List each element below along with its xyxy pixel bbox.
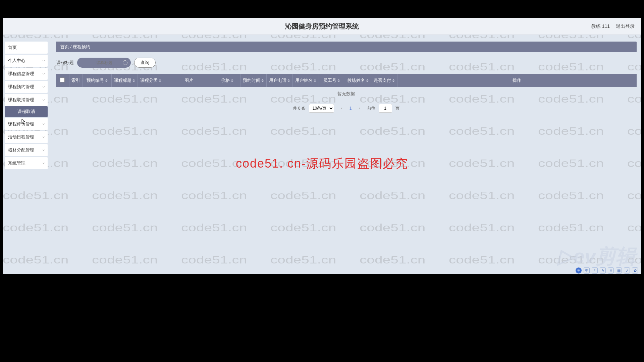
ime-icon-1[interactable]: 中 xyxy=(584,267,590,274)
th-user-name[interactable]: 用户姓名 xyxy=(292,74,319,87)
sidebar-item-system[interactable]: 系统管理 xyxy=(5,157,48,169)
breadcrumb-home[interactable]: 首页 xyxy=(60,44,69,49)
th-staff-no-label: 员工号 xyxy=(323,78,336,83)
search-input-wrap xyxy=(77,58,131,68)
main-content: 首页 / 课程预约 课程标题 查询 索引 预约编号 课程 xyxy=(50,35,641,274)
app-title: 沁园健身房预约管理系统 xyxy=(285,22,359,31)
th-index[interactable]: 索引 xyxy=(69,74,83,87)
breadcrumb-current: 课程预约 xyxy=(73,44,90,49)
ime-icon-6[interactable]: ⤢ xyxy=(624,267,630,274)
ime-icon-4[interactable]: ✕ xyxy=(608,267,614,274)
th-paid[interactable]: 是否支付 xyxy=(371,74,397,87)
sidebar-item-home[interactable]: 首页 xyxy=(5,42,48,54)
search-label: 课程标题 xyxy=(56,60,74,66)
th-index-label: 索引 xyxy=(71,78,80,83)
th-reserve-no[interactable]: 预约编号 xyxy=(83,74,111,87)
header-bar: 沁园健身房预约管理系统 教练 111 退出登录 xyxy=(3,18,641,35)
goto-page-input[interactable] xyxy=(379,104,392,113)
th-course-category[interactable]: 课程分类 xyxy=(138,74,164,87)
app-root: 沁园健身房预约管理系统 教练 111 退出登录 首页 个人中心 课程信息管理 课… xyxy=(3,18,641,274)
sort-icon xyxy=(366,79,369,82)
th-course-title[interactable]: 课程标题 xyxy=(111,74,138,87)
ime-icon-7[interactable]: ✿ xyxy=(632,267,638,274)
th-price[interactable]: 价格 xyxy=(214,74,240,87)
ime-icon-3[interactable]: ✎ xyxy=(600,267,606,274)
ime-toolbar: 王 中 ° ✎ ✕ ▦ ⤢ ✿ xyxy=(576,267,638,274)
logout-link[interactable]: 退出登录 xyxy=(616,23,635,29)
th-checkbox xyxy=(56,74,69,87)
sidebar-item-schedule[interactable]: 活动日程管理 xyxy=(5,131,48,143)
th-action: 操作 xyxy=(397,74,637,87)
goto-prefix: 前往 xyxy=(367,106,375,111)
sidebar-item-course-review[interactable]: 课程评价管理 xyxy=(5,118,48,130)
body-wrap: 首页 个人中心 课程信息管理 课程预约管理 课程取消管理 课程取消 课程评价管理… xyxy=(3,35,641,274)
th-staff-no[interactable]: 员工号 xyxy=(319,74,345,87)
th-price-label: 价格 xyxy=(221,78,230,83)
page-number-current[interactable]: 1 xyxy=(350,106,352,111)
th-coach-name[interactable]: 教练姓名 xyxy=(345,74,371,87)
letterbox-top xyxy=(0,0,644,18)
header-right: 教练 111 退出登录 xyxy=(591,23,635,29)
sort-icon xyxy=(392,79,395,82)
ime-icon-0[interactable]: 王 xyxy=(576,267,582,274)
th-coach-name-label: 教练姓名 xyxy=(347,78,365,83)
sidebar-item-course-info[interactable]: 课程信息管理 xyxy=(5,68,48,80)
breadcrumb: 首页 / 课程预约 xyxy=(56,42,637,52)
table-head: 索引 预约编号 课程标题 课程分类 图片 价格 预约时间 用户电话 用户姓名 员… xyxy=(56,74,637,87)
select-all-checkbox[interactable] xyxy=(60,77,65,82)
letterbox-bottom xyxy=(0,274,644,362)
goto-suffix: 页 xyxy=(395,106,399,111)
sort-icon xyxy=(105,79,108,82)
sidebar-item-course-reserve[interactable]: 课程预约管理 xyxy=(5,81,48,93)
th-reserve-time[interactable]: 预约时间 xyxy=(240,74,266,87)
sort-icon xyxy=(287,79,290,82)
sort-icon xyxy=(132,79,135,82)
th-user-name-label: 用户姓名 xyxy=(295,78,313,83)
ime-icon-2[interactable]: ° xyxy=(592,267,598,274)
th-course-category-label: 课程分类 xyxy=(140,78,158,83)
breadcrumb-sep: / xyxy=(69,44,73,49)
pagination-total: 共 0 条 xyxy=(293,106,305,111)
sidebar-item-equipment[interactable]: 器材分配管理 xyxy=(5,144,48,156)
sort-icon xyxy=(231,79,233,82)
search-input[interactable] xyxy=(77,58,131,68)
th-reserve-time-label: 预约时间 xyxy=(243,78,260,83)
user-label[interactable]: 教练 111 xyxy=(591,23,610,29)
ime-icon-5[interactable]: ▦ xyxy=(616,267,622,274)
query-button[interactable]: 查询 xyxy=(134,58,156,68)
sort-icon xyxy=(314,79,316,82)
pagination: 共 0 条 10条/页 ‹ 1 › 前往 页 xyxy=(56,104,637,113)
sidebar-item-course-cancel[interactable]: 课程取消管理 xyxy=(5,94,48,106)
th-course-title-label: 课程标题 xyxy=(114,78,131,83)
data-table: 索引 预约编号 课程标题 课程分类 图片 价格 预约时间 用户电话 用户姓名 员… xyxy=(56,74,637,101)
th-paid-label: 是否支付 xyxy=(374,78,391,83)
page-size-select[interactable]: 10条/页 xyxy=(309,104,334,113)
sidebar: 首页 个人中心 课程信息管理 课程预约管理 课程取消管理 课程取消 课程评价管理… xyxy=(3,35,50,274)
prev-page-button[interactable]: ‹ xyxy=(337,104,346,113)
search-row: 课程标题 查询 xyxy=(56,58,637,68)
th-action-label: 操作 xyxy=(513,78,521,83)
th-image[interactable]: 图片 xyxy=(164,74,214,87)
th-user-phone[interactable]: 用户电话 xyxy=(266,74,292,87)
th-reserve-no-label: 预约编号 xyxy=(87,78,104,83)
next-page-button[interactable]: › xyxy=(355,104,364,113)
th-image-label: 图片 xyxy=(184,78,193,83)
sort-icon xyxy=(159,79,161,82)
sidebar-sub-course-cancel[interactable]: 课程取消 xyxy=(5,106,48,117)
th-user-phone-label: 用户电话 xyxy=(269,78,286,83)
sort-icon xyxy=(337,79,340,82)
empty-row: 暂无数据 xyxy=(56,87,637,101)
sidebar-item-personal[interactable]: 个人中心 xyxy=(5,55,48,67)
sort-icon xyxy=(261,79,264,82)
